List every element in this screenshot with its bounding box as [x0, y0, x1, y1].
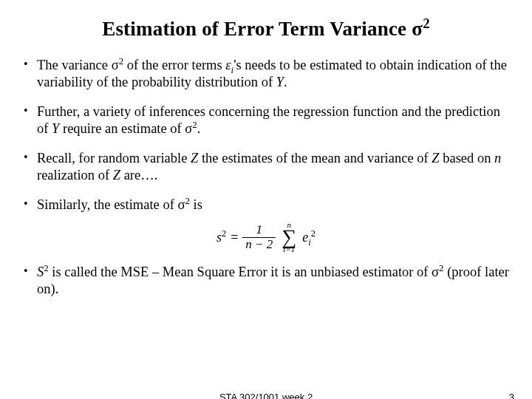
- formula-sum: n ∑ t=1: [282, 221, 296, 253]
- bullet-3: Recall, for random variable Z the estima…: [22, 150, 510, 183]
- frac-den: n − 2: [242, 238, 276, 252]
- bullet-list: The variance σ2 of the error terms εi's …: [22, 57, 510, 214]
- bullet-5: S2 is called the MSE – Mean Square Error…: [22, 264, 510, 297]
- formula: s2 = 1 n − 2 n ∑ t=1 ei2: [22, 221, 510, 253]
- page-number: 3: [509, 392, 514, 399]
- bullet-1: The variance σ2 of the error terms εi's …: [22, 57, 510, 90]
- formula-fraction: 1 n − 2: [242, 223, 276, 251]
- slide-title: Estimation of Error Term Variance σ2: [22, 18, 510, 41]
- frac-num: 1: [242, 223, 276, 238]
- bullet-list-2: S2 is called the MSE – Mean Square Error…: [22, 264, 510, 297]
- formula-lhs: s2: [216, 230, 226, 245]
- sum-lower: t=1: [282, 245, 296, 253]
- formula-term: ei2: [302, 230, 316, 245]
- bullet-2: Further, a variety of inferences concern…: [22, 103, 510, 137]
- footer-center: STA 302/1001 week 2: [219, 392, 313, 399]
- bullet-4: Similarly, the estimate of σ2 is: [22, 197, 510, 214]
- formula-equals: =: [231, 230, 238, 245]
- slide: Estimation of Error Term Variance σ2 The…: [0, 0, 532, 399]
- sum-symbol: ∑: [282, 229, 296, 245]
